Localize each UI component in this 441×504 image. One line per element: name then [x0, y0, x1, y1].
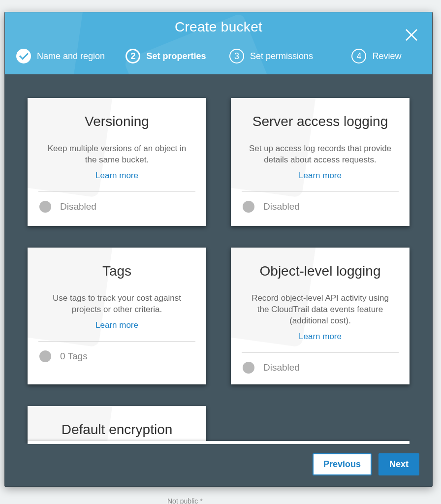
card-title: Server access logging — [242, 114, 399, 129]
next-button[interactable]: Next — [378, 453, 419, 475]
step-number-icon: 2 — [126, 49, 140, 63]
status-text: Disabled — [60, 201, 96, 212]
learn-more-link[interactable]: Learn more — [242, 332, 399, 342]
card-status: Disabled — [38, 192, 195, 223]
status-indicator-icon — [39, 201, 51, 213]
status-indicator-icon — [243, 201, 254, 213]
versioning-card[interactable]: Versioning Keep multiple versions of an … — [28, 98, 206, 226]
check-icon — [16, 49, 31, 63]
property-cards-grid: Versioning Keep multiple versions of an … — [28, 98, 410, 443]
step-label: Set permissions — [250, 51, 313, 62]
object-level-logging-card[interactable]: Object-level logging Record object-level… — [231, 248, 410, 384]
status-indicator-icon — [243, 362, 254, 374]
step-number-icon: 4 — [351, 49, 366, 63]
previous-button[interactable]: Previous — [313, 453, 372, 475]
step-name-and-region[interactable]: Name and region — [10, 49, 111, 63]
card-description: Set up access log records that provide d… — [242, 143, 399, 166]
card-status: Disabled — [242, 192, 399, 223]
step-label: Set properties — [146, 51, 206, 62]
wizard-steps: Name and region 2 Set properties 3 Set p… — [5, 35, 432, 74]
card-description: Use tags to track your cost against proj… — [38, 293, 195, 315]
card-title: Default encryption — [38, 422, 195, 438]
tags-card[interactable]: Tags Use tags to track your cost against… — [28, 248, 206, 384]
step-number-icon: 3 — [229, 49, 244, 63]
step-set-permissions[interactable]: 3 Set permissions — [220, 49, 322, 63]
learn-more-link[interactable]: Learn more — [38, 320, 195, 330]
close-icon — [405, 28, 418, 44]
step-set-properties[interactable]: 2 Set properties — [115, 49, 217, 63]
card-description: Keep multiple versions of an object in t… — [38, 143, 195, 166]
create-bucket-dialog: Create bucket Name and region 2 Set prop… — [4, 12, 433, 487]
card-title: Object-level logging — [242, 263, 399, 279]
learn-more-link[interactable]: Learn more — [242, 171, 399, 181]
step-label: Review — [372, 51, 401, 62]
status-text: Disabled — [263, 201, 300, 212]
close-button[interactable] — [401, 25, 422, 47]
default-encryption-card[interactable]: Default encryption Automatically encrypt… — [28, 406, 206, 443]
card-status: Disabled — [242, 353, 399, 384]
card-title: Versioning — [38, 114, 195, 129]
learn-more-link[interactable]: Learn more — [38, 171, 195, 181]
card-title: Tags — [38, 263, 195, 279]
card-status: 0 Tags — [38, 342, 195, 373]
background-text: Not public * — [167, 497, 203, 504]
card-description: Record object-level API activity using t… — [242, 293, 399, 327]
step-label: Name and region — [37, 51, 105, 62]
status-text: Disabled — [263, 362, 300, 373]
scroll-edge — [28, 441, 410, 444]
dialog-body: Versioning Keep multiple versions of an … — [5, 74, 432, 443]
server-access-logging-card[interactable]: Server access logging Set up access log … — [231, 98, 410, 226]
dialog-footer: Previous Next — [5, 443, 432, 486]
status-text: 0 Tags — [60, 351, 88, 362]
dialog-title: Create bucket — [5, 19, 432, 35]
status-indicator-icon — [39, 350, 51, 362]
step-review[interactable]: 4 Review — [326, 49, 427, 63]
dialog-header: Create bucket Name and region 2 Set prop… — [5, 12, 432, 74]
